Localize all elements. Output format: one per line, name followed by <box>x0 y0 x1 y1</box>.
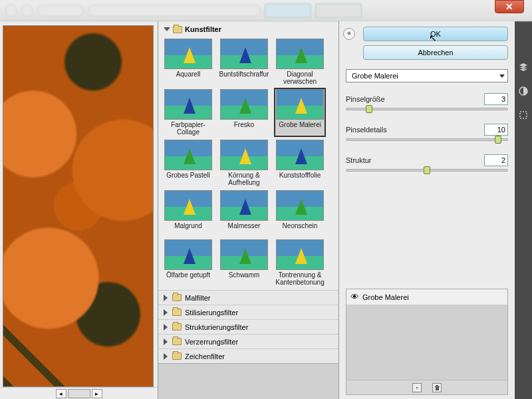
folder-icon <box>172 352 182 360</box>
param-texture-label: Struktur <box>346 156 372 164</box>
param-brushdetail-input[interactable] <box>484 124 508 136</box>
filter-thumb[interactable]: Ölfarbe getupft <box>162 238 214 287</box>
param-brushsize-label: Pinselgröße <box>346 95 385 103</box>
category-kunstfilter[interactable]: Kunstfilter <box>158 21 338 36</box>
layer-name: Grobe Malerei <box>362 293 409 301</box>
param-brushdetail-slider[interactable] <box>346 138 508 141</box>
chevron-right-icon <box>164 324 168 331</box>
scroll-thumb[interactable] <box>68 389 90 398</box>
filter-thumb-label: Diagonal verwischen <box>275 69 325 85</box>
layers-icon[interactable] <box>517 61 529 73</box>
param-texture-input[interactable] <box>484 154 508 166</box>
filter-gallery: Kunstfilter AquarellBuntstiftschraffurDi… <box>158 21 339 399</box>
filter-thumb[interactable]: Neonschein <box>274 189 326 237</box>
filter-dropdown[interactable]: Grobe Malerei <box>346 69 508 82</box>
filter-thumb[interactable]: Tontrennung & Kantenbetonung <box>274 238 326 287</box>
category-label: Malfilter <box>185 294 211 302</box>
category-label: Stilisierungsfilter <box>185 309 238 317</box>
filter-thumb-image <box>164 190 212 221</box>
category-row[interactable]: Stilisierungsfilter <box>158 305 338 319</box>
filter-thumb-label: Körnung & Aufhellung <box>219 170 269 186</box>
filter-thumb[interactable]: Fresko <box>218 88 270 137</box>
category-row[interactable]: Verzerrungsfilter <box>158 334 338 348</box>
param-texture-slider[interactable] <box>346 169 508 172</box>
filter-thumb-label: Neonschein <box>283 221 318 235</box>
filter-thumb-image <box>164 89 212 120</box>
category-row[interactable]: Zeichenfilter <box>158 348 338 363</box>
filter-thumb[interactable]: Farbpapier-Collage <box>162 88 214 137</box>
side-toolbar <box>515 21 532 399</box>
preview-pane: ◂ ▸ <box>0 21 158 399</box>
preview-hscrollbar[interactable]: ◂ ▸ <box>0 387 158 399</box>
filter-thumb[interactable]: Körnung & Aufhellung <box>218 138 270 188</box>
visibility-icon[interactable]: 👁 <box>346 292 362 302</box>
chevron-right-icon <box>164 309 168 316</box>
filter-thumb-label: Malgrund <box>174 221 202 235</box>
category-label: Strukturierungsfilter <box>185 323 248 331</box>
filter-thumb[interactable]: Grobe Malerei <box>274 88 326 137</box>
param-brushsize-input[interactable] <box>484 93 508 105</box>
filter-thumb-image <box>276 239 324 270</box>
filter-thumb-image <box>220 89 268 120</box>
category-row[interactable]: Strukturierungsfilter <box>158 319 338 334</box>
filter-thumb-label: Malmesser <box>228 221 261 235</box>
filter-thumb-image <box>164 239 212 270</box>
filter-thumb-image <box>220 140 268 170</box>
filter-thumb-image <box>276 190 324 221</box>
svg-rect-1 <box>520 112 527 118</box>
filter-thumb-label: Grobes Pastell <box>166 170 210 185</box>
folder-icon <box>172 338 182 345</box>
filter-thumb[interactable]: Schwamm <box>218 238 270 287</box>
new-layer-icon[interactable]: ▫ <box>412 383 422 392</box>
crop-icon[interactable] <box>517 109 529 121</box>
category-label: Verzerrungsfilter <box>185 338 238 346</box>
category-label: Zeichenfilter <box>185 352 225 360</box>
filter-thumb[interactable]: Malgrund <box>162 189 214 237</box>
filter-thumb[interactable]: Kunststofffolie <box>274 138 326 188</box>
collapse-icon[interactable]: « <box>343 28 355 40</box>
folder-icon <box>172 309 182 316</box>
scroll-left-icon[interactable]: ◂ <box>56 389 66 398</box>
filter-thumb-label: Farbpapier-Collage <box>164 120 213 136</box>
filter-thumb[interactable]: Buntstiftschraffur <box>218 37 270 86</box>
filter-thumb-image <box>276 39 324 69</box>
window-close-button[interactable]: ✕ <box>495 0 524 13</box>
filter-thumb-image <box>220 190 268 221</box>
filter-thumb-label: Buntstiftschraffur <box>219 69 269 84</box>
adjustments-icon[interactable] <box>517 85 529 97</box>
dropdown-selected: Grobe Malerei <box>352 72 398 80</box>
ok-button[interactable]: OK ↖ <box>363 27 508 41</box>
filter-thumb-image <box>276 140 324 170</box>
filter-thumb-label: Grobe Malerei <box>279 120 321 134</box>
chevron-down-icon <box>164 27 170 31</box>
chevron-right-icon <box>164 353 168 360</box>
filter-thumb-label: Ölfarbe getupft <box>166 270 210 285</box>
filter-thumb-image <box>164 39 212 69</box>
filter-preview[interactable] <box>3 25 154 387</box>
chevron-right-icon <box>164 295 168 301</box>
filter-thumb-label: Fresko <box>234 120 255 134</box>
filter-thumb-label: Aquarell <box>176 69 201 84</box>
category-row[interactable]: Malfilter <box>158 290 338 305</box>
filter-thumb[interactable]: Diagonal verwischen <box>274 37 326 86</box>
cancel-button[interactable]: Abbrechen <box>363 45 508 60</box>
browser-toolbar <box>0 0 532 21</box>
trash-icon[interactable]: 🗑 <box>432 383 442 392</box>
effect-layers-panel: 👁 Grobe Malerei ▫ 🗑 <box>346 289 508 395</box>
chevron-down-icon <box>499 74 505 78</box>
filter-thumb-image <box>220 239 268 270</box>
filter-thumb-image <box>164 140 212 170</box>
controls-panel: « OK ↖ Abbrechen Grobe Malerei Pinselgrö… <box>339 21 515 399</box>
param-brushsize-slider[interactable] <box>346 108 508 110</box>
layer-row[interactable]: 👁 Grobe Malerei <box>346 289 507 305</box>
scroll-right-icon[interactable]: ▸ <box>92 389 102 398</box>
filter-thumb-label: Schwamm <box>229 270 260 285</box>
filter-thumb[interactable]: Aquarell <box>162 37 214 86</box>
folder-icon <box>173 26 182 33</box>
category-label: Kunstfilter <box>185 25 221 33</box>
filter-thumb-image <box>276 89 324 120</box>
ok-button-label: OK <box>430 30 441 38</box>
filter-thumb[interactable]: Malmesser <box>218 189 270 237</box>
filter-thumb[interactable]: Grobes Pastell <box>162 138 214 188</box>
cancel-button-label: Abbrechen <box>418 49 453 57</box>
